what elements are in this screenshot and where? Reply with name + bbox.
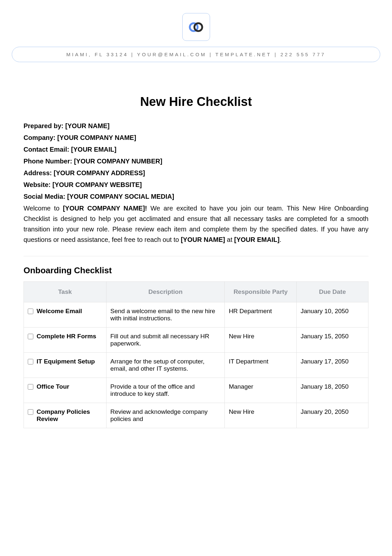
meta-label: Social Media: [24,193,67,200]
responsible-cell: New Hire [225,403,297,428]
header-task: Task [24,282,106,302]
header-due-date: Due Date [297,282,368,302]
task-cell: IT Equipment Setup [24,353,106,378]
responsible-cell: IT Department [225,353,297,378]
due-date-cell: January 20, 2050 [297,403,368,428]
task-cell: Complete HR Forms [24,328,106,353]
meta-label: Address: [24,169,54,177]
task-name: Office Tour [37,383,69,390]
meta-social: Social Media: [YOUR COMPANY SOCIAL MEDIA… [24,191,368,202]
due-date-cell: January 17, 2050 [297,353,368,378]
table-row: Complete HR FormsFill out and submit all… [24,328,368,353]
meta-value: [YOUR COMPANY NUMBER] [74,158,162,165]
section-divider [24,256,368,256]
table-row: Office TourProvide a tour of the office … [24,378,368,403]
description-cell: Fill out and submit all necessary HR pap… [106,328,225,353]
welcome-email-placeholder: [YOUR EMAIL] [234,236,280,243]
due-date-cell: January 15, 2050 [297,328,368,353]
due-date-cell: January 18, 2050 [297,378,368,403]
meta-label: Company: [24,134,57,141]
meta-value: [YOUR NAME] [65,122,110,129]
task-name: Company Policies Review [37,408,102,423]
page-title: New Hire Checklist [24,95,368,109]
description-cell: Provide a tour of the office and introdu… [106,378,225,403]
meta-label: Phone Number: [24,158,74,165]
task-cell: Welcome Email [24,302,106,328]
meta-value: [YOUR COMPANY ADDRESS] [54,169,145,177]
table-row: IT Equipment SetupArrange for the setup … [24,353,368,378]
meta-label: Contact Email: [24,146,71,153]
welcome-company-placeholder: [YOUR COMPANY NAME]! [63,205,147,212]
meta-contact-email: Contact Email: [YOUR EMAIL] [24,144,368,155]
task-name: IT Equipment Setup [37,358,95,365]
responsible-cell: New Hire [225,328,297,353]
contact-info-bar: MIAMI, FL 33124 | YOUR@EMAIL.COM | TEMPL… [12,47,380,62]
description-cell: Arrange for the setup of computer, email… [106,353,225,378]
meta-value: [YOUR COMPANY NAME] [57,134,136,141]
meta-company: Company: [YOUR COMPANY NAME] [24,132,368,143]
responsible-cell: HR Department [225,302,297,328]
meta-value: [YOUR COMPANY WEBSITE] [53,181,142,188]
task-name: Complete HR Forms [37,333,96,340]
table-row: Welcome EmailSend a welcome email to the… [24,302,368,328]
content-area: New Hire Checklist Prepared by: [YOUR NA… [0,62,392,428]
task-checkbox[interactable] [28,334,33,339]
meta-label: Prepared by: [24,122,65,129]
task-cell: Company Policies Review [24,403,106,428]
task-cell: Office Tour [24,378,106,403]
meta-address: Address: [YOUR COMPANY ADDRESS] [24,168,368,178]
task-checkbox[interactable] [28,359,33,364]
task-checkbox[interactable] [28,384,33,390]
meta-prepared-by: Prepared by: [YOUR NAME] [24,121,368,131]
welcome-end: . [280,236,282,243]
description-cell: Review and acknowledge company policies … [106,403,225,428]
onboarding-table: Task Description Responsible Party Due D… [24,281,368,428]
interlocking-rings-icon [188,21,204,33]
meta-value: [YOUR COMPANY SOCIAL MEDIA] [67,193,174,200]
table-row: Company Policies ReviewReview and acknow… [24,403,368,428]
task-name: Welcome Email [37,308,82,315]
header-description: Description [106,282,225,302]
responsible-cell: Manager [225,378,297,403]
task-checkbox[interactable] [28,409,33,415]
logo-container [182,13,210,41]
table-header-row: Task Description Responsible Party Due D… [24,282,368,302]
welcome-pre: Welcome to [24,205,63,212]
description-cell: Send a welcome email to the new hire wit… [106,302,225,328]
meta-phone: Phone Number: [YOUR COMPANY NUMBER] [24,156,368,166]
section-title: Onboarding Checklist [24,265,368,276]
document-page: MIAMI, FL 33124 | YOUR@EMAIL.COM | TEMPL… [0,0,392,428]
meta-value: [YOUR EMAIL] [71,146,117,153]
due-date-cell: January 10, 2050 [297,302,368,328]
task-checkbox[interactable] [28,309,33,314]
welcome-paragraph: Welcome to [YOUR COMPANY NAME]! We are e… [24,203,368,245]
welcome-name-placeholder: [YOUR NAME] [181,236,225,243]
welcome-at: at [225,236,234,243]
meta-label: Website: [24,181,53,188]
meta-website: Website: [YOUR COMPANY WEBSITE] [24,179,368,190]
header-responsible: Responsible Party [225,282,297,302]
